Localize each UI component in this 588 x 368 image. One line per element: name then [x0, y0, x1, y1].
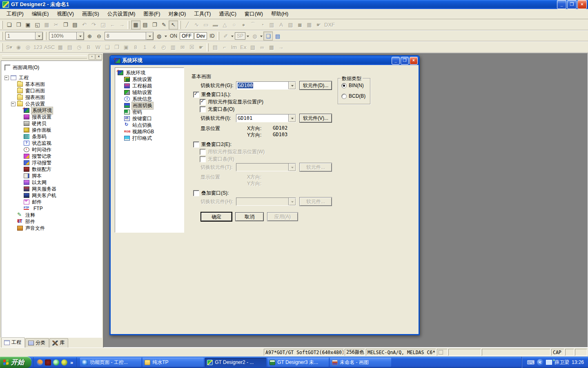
grid-settings-icon[interactable]: ▦ — [131, 20, 140, 29]
word-switch-icon[interactable]: W — [93, 43, 102, 52]
tree-item[interactable]: 网关客户机 — [2, 192, 102, 199]
toolbar-grip[interactable] — [127, 21, 129, 29]
device-off-button[interactable]: OFF — [180, 32, 194, 40]
tree-item[interactable]: 以太网 — [2, 179, 102, 186]
previous-screen-icon[interactable]: ← — [108, 20, 117, 29]
copy-icon[interactable]: ❐ — [61, 20, 70, 29]
go-next-icon[interactable]: → — [276, 43, 285, 52]
win1-device-button[interactable]: 软元件(V)... — [299, 114, 332, 123]
save-icon[interactable]: ▣ — [23, 20, 33, 29]
device-on-label[interactable]: ON — [168, 33, 179, 39]
task-button-gtdesigner3[interactable]: GT Designer3 未... — [267, 358, 329, 367]
tree-item[interactable]: 操作面板 — [2, 127, 102, 133]
screen-image-icon[interactable]: ◱ — [33, 20, 42, 29]
tree-item[interactable]: 注释 — [2, 212, 102, 218]
sector-icon[interactable]: ◔ — [258, 20, 267, 29]
stamp-icon[interactable]: ▧ — [248, 43, 257, 52]
chevron-down-icon[interactable] — [164, 31, 168, 40]
property-sheet-icon[interactable]: ▤ — [273, 31, 282, 40]
chevron-down-icon[interactable] — [246, 31, 250, 40]
menu-item[interactable]: 画面(S) — [78, 9, 103, 19]
special-switch-icon[interactable]: ▣ — [121, 43, 131, 52]
parts-display-icon[interactable]: ☛ — [196, 43, 206, 52]
tree-item[interactable]: 报警记录 — [2, 153, 102, 159]
zoom-combo[interactable]: 100% — [49, 32, 84, 40]
overlap-window1-checkbox[interactable]: 重叠窗口1(L): — [193, 91, 231, 98]
screen-copy-icon[interactable]: ▦ — [42, 20, 51, 29]
outdent-icon[interactable]: ⌐ — [220, 43, 229, 52]
find-icon[interactable]: ∞ — [257, 43, 267, 52]
tree-item[interactable]: 声音文件 — [2, 225, 102, 231]
window-stack-icon[interactable]: ❐ — [150, 20, 159, 29]
dialog-maximize-button[interactable]: ❐ — [401, 57, 409, 65]
toolbar-grip[interactable] — [1, 21, 3, 29]
zoom-select-icon[interactable]: ◲ — [98, 20, 108, 29]
screen-call-checkbox[interactable]: 画面调用(O) — [4, 64, 39, 71]
cancel-object-icon[interactable]: ☒ — [187, 43, 196, 52]
clock-icon[interactable]: ◷ — [74, 43, 84, 52]
tree-item[interactable]: 窗口画面 — [2, 88, 102, 94]
toolbar-grip[interactable] — [1, 32, 3, 40]
dialog-nav-item[interactable]: 视频/RGB — [115, 128, 184, 135]
quicklaunch-safety-icon[interactable] — [61, 359, 67, 366]
template-grid-icon[interactable]: ▩ — [267, 43, 276, 52]
window-preview-icon[interactable]: ❑ — [263, 31, 273, 40]
hand-icon[interactable]: ☛ — [314, 20, 323, 29]
dialog-nav-item[interactable]: 站点切换 — [115, 122, 184, 128]
date-display-icon[interactable]: ▦ — [56, 43, 65, 52]
object-select-icon[interactable]: S▾ — [4, 43, 14, 52]
tree-item[interactable]: 邮件 — [2, 199, 102, 205]
data-set-switch-icon[interactable]: 1 — [140, 43, 149, 52]
bit-switch-icon[interactable]: B — [84, 43, 93, 52]
alarm-list-icon[interactable]: ▤ — [210, 43, 220, 52]
minimize-button[interactable]: _ — [557, 0, 566, 9]
close-button[interactable]: × — [577, 0, 587, 9]
quicklaunch-browser-icon[interactable] — [53, 359, 59, 366]
dialog-nav-item[interactable]: 系统设置 — [115, 76, 184, 83]
menu-item[interactable]: 帮助(H) — [267, 9, 292, 19]
toolbar-grip[interactable] — [179, 21, 181, 29]
text-icon[interactable]: A — [276, 20, 286, 29]
quicklaunch-app-icon[interactable] — [45, 359, 51, 366]
key-code-switch-icon[interactable]: 8 — [131, 43, 140, 52]
line-sp-button[interactable]: SP — [235, 32, 245, 40]
new-icon[interactable]: ❏ — [4, 20, 14, 29]
network-tray-icon[interactable] — [546, 360, 552, 365]
screen-properties-icon[interactable]: ▤ — [140, 20, 150, 29]
arc-icon[interactable]: ⌒ — [248, 20, 258, 29]
tree-item[interactable]: 报表画面 — [2, 94, 102, 101]
redo-icon[interactable]: ↷ — [89, 20, 98, 29]
tree-item[interactable]: 硬拷贝 — [2, 120, 102, 127]
tree-expander-icon[interactable] — [11, 102, 16, 106]
line-icon[interactable]: ╱ — [183, 20, 192, 29]
maximize-button[interactable]: ❐ — [567, 0, 577, 9]
filled-circle-icon[interactable]: ● — [239, 20, 248, 29]
export-icon[interactable]: Ex — [238, 43, 248, 52]
screen-number-combo[interactable]: 1 — [5, 32, 43, 40]
panel-tab[interactable]: 库 — [49, 338, 68, 348]
tray-clock[interactable]: 13:26 — [572, 359, 584, 365]
win1-switch-device-combo[interactable]: GD101 — [236, 114, 296, 122]
polyline-icon[interactable]: ∿ — [192, 20, 201, 29]
rect-icon[interactable]: ▭ — [201, 20, 211, 29]
tree-item[interactable]: 报表设置 — [2, 114, 102, 120]
win1-no-window-bar-checkbox[interactable]: 无窗口条(O) — [200, 106, 234, 113]
tree-item[interactable]: 条形码 — [2, 133, 102, 140]
quicklaunch-media-icon[interactable] — [37, 359, 43, 366]
superimpose-window-checkbox[interactable]: 叠加窗口(S): — [193, 190, 229, 197]
cancel-button[interactable]: 取消 — [235, 212, 264, 221]
tree-item[interactable]: 基本画面 — [2, 81, 102, 88]
tree-item[interactable]: 浮动报警 — [2, 159, 102, 166]
menu-item[interactable]: 通讯(C) — [215, 9, 240, 19]
level-display-icon[interactable]: ▥ — [168, 43, 178, 52]
toolbar-grip[interactable] — [45, 32, 47, 40]
dialog-nav-item[interactable]: 工程标题 — [115, 83, 184, 89]
dxf-icon[interactable]: DXF — [323, 20, 336, 29]
chevron-down-icon[interactable] — [288, 114, 296, 122]
tree-item[interactable]: 数据配方 — [2, 166, 102, 173]
base-device-button[interactable]: 软元件(D)... — [299, 81, 332, 90]
fill-icon[interactable]: ◼ — [295, 20, 305, 29]
win1-position-by-device-checkbox[interactable]: 用软元件指定显示位置(P) — [200, 99, 263, 105]
line-style-icon[interactable]: ✐ — [221, 31, 230, 40]
edit-pen-icon[interactable]: ✎ — [159, 20, 169, 29]
